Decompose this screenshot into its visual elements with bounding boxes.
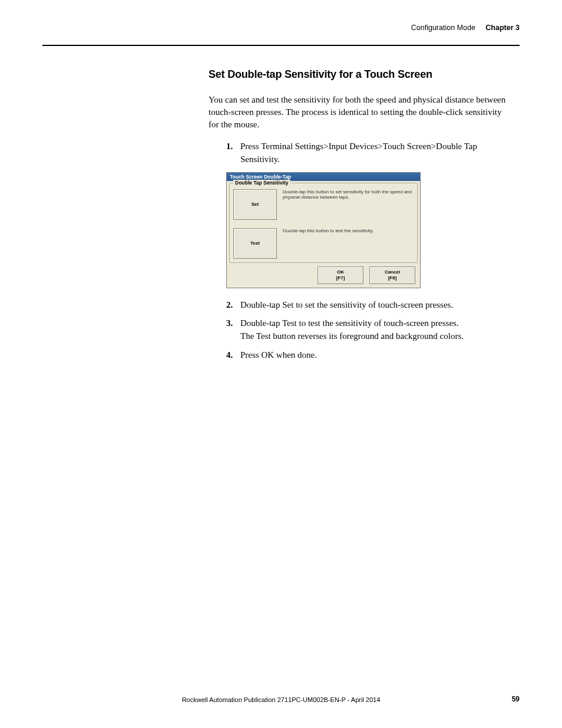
intro-paragraph: You can set and test the sensitivity for… xyxy=(209,94,509,131)
page-number: 59 xyxy=(512,695,520,703)
step-4: 4. Press OK when done. xyxy=(226,349,509,362)
step-text: Press OK when done. xyxy=(240,350,317,360)
dialog-screenshot: Touch Screen Double-Tap Double Tap Sensi… xyxy=(226,172,421,288)
test-description: Double-tap this button to test the sensi… xyxy=(283,228,414,234)
step-text: Press Terminal Settings>Input Devices>To… xyxy=(240,141,477,164)
section-heading: Set Double-tap Sensitivity for a Touch S… xyxy=(209,68,509,81)
step-number: 4. xyxy=(226,349,233,362)
ok-key: [F7] xyxy=(336,275,345,281)
step-1: 1. Press Terminal Settings>Input Devices… xyxy=(226,140,509,166)
sensitivity-group: Double Tap Sensitivity Set Double-tap th… xyxy=(229,183,418,263)
step-text: Double-tap Set to set the sensitivity of… xyxy=(240,300,453,309)
step-text-cont: The Test button reverses its foreground … xyxy=(240,331,464,341)
page-footer: Rockwell Automation Publication 2711PC-U… xyxy=(0,696,562,703)
set-button[interactable]: Set xyxy=(233,189,277,220)
step-3: 3. Double-tap Test to test the sensitivi… xyxy=(226,317,509,343)
group-legend: Double Tap Sensitivity xyxy=(233,180,290,186)
step-number: 1. xyxy=(226,140,233,153)
header-rule xyxy=(42,45,520,46)
step-2: 2. Double-tap Set to set the sensitivity… xyxy=(226,299,509,312)
cancel-button[interactable]: Cancel [F8] xyxy=(369,266,415,284)
step-text: Double-tap Test to test the sensitivity … xyxy=(240,318,459,328)
header-section: Configuration Mode xyxy=(411,24,475,32)
step-number: 3. xyxy=(226,317,233,330)
ok-label: OK xyxy=(337,269,344,275)
test-button[interactable]: Test xyxy=(233,228,277,259)
page-header: Configuration Mode Chapter 3 xyxy=(42,24,520,33)
ok-button[interactable]: OK [F7] xyxy=(318,266,363,284)
header-chapter: Chapter 3 xyxy=(485,24,520,32)
set-description: Double-tap this button to set sensitivit… xyxy=(283,189,414,200)
cancel-key: [F8] xyxy=(388,275,397,281)
cancel-label: Cancel xyxy=(385,269,400,275)
step-number: 2. xyxy=(226,299,233,312)
